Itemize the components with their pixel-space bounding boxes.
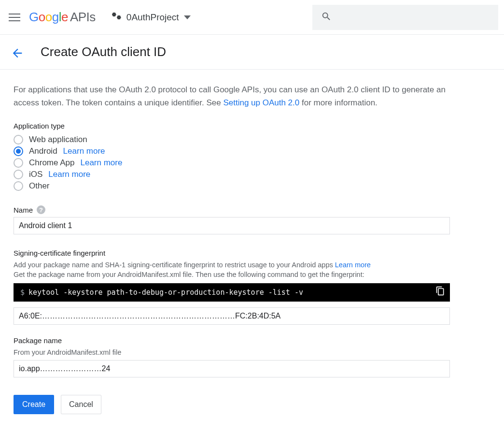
copy-icon[interactable] — [435, 286, 446, 297]
chevron-down-icon — [184, 15, 191, 19]
signing-desc-text: Add your package name and SHA-1 signing-… — [14, 261, 335, 269]
package-name-block: Package name From your AndroidManifest.x… — [14, 336, 450, 377]
intro-text: For applications that use the OAuth 2.0 … — [14, 83, 450, 109]
project-name-label: 0AuthProject — [126, 12, 179, 23]
learn-more-link[interactable]: Learn more — [335, 261, 371, 269]
radio-other[interactable]: Other — [14, 180, 450, 192]
terminal-command: $ keytool -keystore path-to-debug-or-pro… — [14, 283, 450, 302]
radio-label: iOS — [29, 170, 42, 179]
radio-icon — [14, 135, 23, 145]
radio-label: Other — [29, 181, 50, 191]
setting-up-oauth-link[interactable]: Setting up OAuth 2.0 — [223, 98, 299, 107]
search-input[interactable] — [312, 5, 498, 30]
project-picker[interactable]: 0AuthProject — [107, 9, 196, 26]
terminal-prompt: $ — [20, 288, 25, 297]
radio-ios[interactable]: iOS Learn more — [14, 169, 450, 180]
radio-web-application[interactable]: Web application — [14, 134, 450, 145]
learn-more-link[interactable]: Learn more — [63, 146, 105, 156]
signing-fingerprint-block: Signing-certificate fingerprint Add your… — [14, 249, 450, 325]
radio-label: Chrome App — [29, 158, 75, 168]
package-name-desc: From your AndroidManifest.xml file — [14, 348, 450, 356]
back-arrow-icon[interactable] — [11, 46, 22, 58]
radio-label: Web application — [29, 135, 87, 145]
radio-label: Android — [29, 146, 57, 156]
signing-label: Signing-certificate fingerprint — [14, 249, 450, 257]
main-content: For applications that use the OAuth 2.0 … — [0, 70, 463, 434]
terminal-text: keytool -keystore path-to-debug-or-produ… — [28, 288, 303, 297]
intro-text-after: for more information. — [299, 98, 378, 107]
help-icon[interactable]: ? — [37, 205, 45, 214]
learn-more-link[interactable]: Learn more — [81, 158, 123, 168]
signing-desc-2: Get the package name from your AndroidMa… — [14, 271, 450, 278]
page-subheader: Create OAuth client ID — [0, 35, 504, 70]
radio-icon — [14, 158, 23, 168]
learn-more-link[interactable]: Learn more — [48, 170, 90, 179]
sha1-input[interactable] — [14, 307, 450, 325]
radio-android[interactable]: Android Learn more — [14, 145, 450, 157]
create-button[interactable]: Create — [14, 395, 54, 414]
top-bar: Google APIs 0AuthProject — [0, 0, 504, 35]
name-field-block: Name ? — [14, 205, 450, 234]
name-input[interactable] — [14, 217, 450, 234]
radio-chrome-app[interactable]: Chrome App Learn more — [14, 157, 450, 169]
radio-icon — [14, 181, 23, 191]
name-label: Name — [14, 206, 33, 214]
signing-desc-1: Add your package name and SHA-1 signing-… — [14, 261, 450, 269]
package-name-label: Package name — [14, 336, 450, 345]
hamburger-menu-icon[interactable] — [9, 12, 20, 23]
radio-icon — [14, 170, 23, 179]
page-title: Create OAuth client ID — [41, 44, 166, 59]
apis-label: APIs — [70, 10, 96, 25]
project-hexagon-icon — [112, 13, 122, 22]
package-name-input[interactable] — [14, 360, 450, 377]
cancel-button[interactable]: Cancel — [61, 395, 101, 414]
button-row: Create Cancel — [14, 395, 450, 414]
radio-icon — [14, 146, 23, 156]
application-type-label: Application type — [14, 122, 450, 130]
google-apis-logo[interactable]: Google APIs — [29, 10, 96, 25]
application-type-group: Application type Web application Android… — [14, 122, 450, 192]
search-icon — [321, 11, 332, 23]
